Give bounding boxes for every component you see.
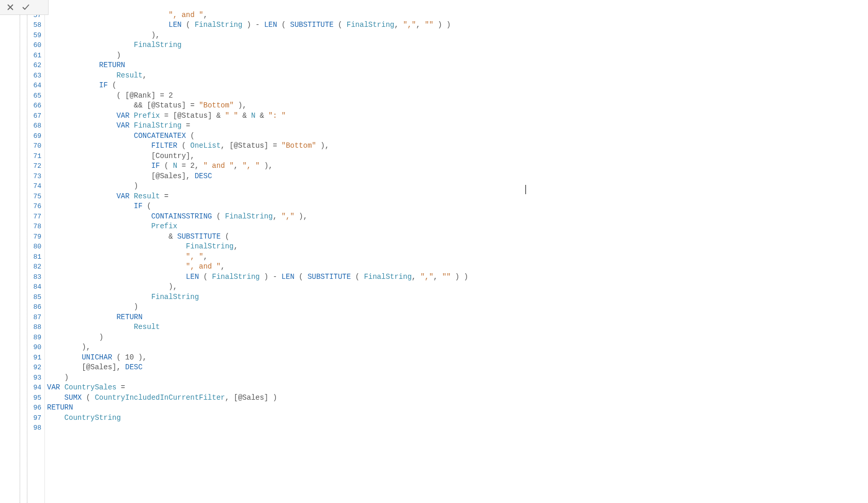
- line-number: 91: [21, 353, 44, 363]
- line-number: 71: [21, 151, 44, 162]
- code-line[interactable]: [45, 0, 868, 10]
- code-line[interactable]: ): [45, 181, 868, 192]
- code-line[interactable]: ),: [45, 30, 868, 41]
- code-line[interactable]: ): [45, 302, 868, 312]
- code-line[interactable]: SUMX ( CountryIncludedInCurrentFilter, […: [45, 393, 868, 403]
- line-number: 86: [21, 302, 44, 312]
- line-number: 77: [21, 212, 44, 222]
- line-number: 67: [21, 111, 44, 121]
- formula-editor: 5657585960616263646566676869707172737475…: [0, 0, 868, 503]
- code-line[interactable]: ( [@Rank] = 2: [45, 91, 868, 101]
- code-line[interactable]: ", and ",: [45, 262, 868, 272]
- line-number: 94: [21, 383, 44, 393]
- code-area[interactable]: ", and ", LEN ( FinalString ) - LEN ( SU…: [45, 0, 868, 503]
- line-number: 69: [21, 131, 44, 142]
- line-number: 59: [21, 30, 44, 41]
- code-line[interactable]: LEN ( FinalString ) - LEN ( SUBSTITUTE (…: [45, 20, 868, 30]
- code-line[interactable]: FinalString: [45, 292, 868, 303]
- line-number: 85: [21, 292, 44, 303]
- line-number: 74: [21, 181, 44, 192]
- line-number: 95: [21, 393, 44, 403]
- line-number: 79: [21, 232, 44, 242]
- text-cursor: [525, 185, 526, 194]
- line-number: 73: [21, 171, 44, 182]
- code-line[interactable]: CONTAINSSTRING ( FinalString, "," ),: [45, 212, 868, 222]
- line-number: 83: [21, 272, 44, 282]
- line-number: 62: [21, 60, 44, 71]
- code-line[interactable]: LEN ( FinalString ) - LEN ( SUBSTITUTE (…: [45, 272, 868, 282]
- line-number: 92: [21, 363, 44, 373]
- line-number: 93: [21, 373, 44, 383]
- formula-bar-toolbar: [0, 0, 49, 15]
- code-line[interactable]: ): [45, 51, 868, 61]
- line-number: 72: [21, 161, 44, 171]
- line-number: 78: [21, 222, 44, 232]
- close-icon: [6, 3, 14, 11]
- line-number: 98: [21, 423, 44, 433]
- line-number: 60: [21, 40, 44, 51]
- confirm-button[interactable]: [20, 1, 32, 13]
- code-line[interactable]: FinalString: [45, 40, 868, 51]
- line-number: 87: [21, 312, 44, 323]
- line-number: 65: [21, 91, 44, 101]
- line-number: 63: [21, 71, 44, 81]
- check-icon: [21, 3, 30, 12]
- code-line[interactable]: CONCATENATEX (: [45, 131, 868, 142]
- code-line[interactable]: [@Sales], DESC: [45, 363, 868, 373]
- fold-guide-inner: [27, 0, 28, 503]
- line-number: 58: [21, 20, 44, 30]
- code-line[interactable]: ", and ",: [45, 10, 868, 21]
- code-line[interactable]: IF ( N = 2, " and ", ", " ),: [45, 161, 868, 171]
- code-line[interactable]: RETURN: [45, 403, 868, 413]
- code-line[interactable]: VAR FinalString =: [45, 121, 868, 131]
- line-number: 68: [21, 121, 44, 131]
- code-line[interactable]: Result: [45, 322, 868, 333]
- code-line[interactable]: FILTER ( OneList, [@Status] = "Bottom" )…: [45, 141, 868, 151]
- code-line[interactable]: [@Sales], DESC: [45, 171, 868, 182]
- line-number: 84: [21, 282, 44, 292]
- code-line[interactable]: & SUBSTITUTE (: [45, 232, 868, 242]
- cancel-button[interactable]: [4, 1, 17, 13]
- line-number: 61: [21, 51, 44, 61]
- code-line[interactable]: UNICHAR ( 10 ),: [45, 353, 868, 363]
- code-line[interactable]: [45, 423, 868, 433]
- code-line[interactable]: ),: [45, 342, 868, 353]
- code-line[interactable]: VAR Result =: [45, 192, 868, 202]
- line-number-gutter: 5657585960616263646566676869707172737475…: [21, 0, 45, 503]
- code-line[interactable]: CountryString: [45, 413, 868, 423]
- line-number: 64: [21, 81, 44, 91]
- line-number: 96: [21, 403, 44, 413]
- line-number: 90: [21, 342, 44, 353]
- line-number: 81: [21, 252, 44, 262]
- code-line[interactable]: IF (: [45, 201, 868, 212]
- line-number: 89: [21, 333, 44, 343]
- line-number: 66: [21, 101, 44, 111]
- code-line[interactable]: [Country],: [45, 151, 868, 162]
- code-line[interactable]: ): [45, 333, 868, 343]
- code-line[interactable]: FinalString,: [45, 242, 868, 252]
- line-number: 88: [21, 322, 44, 333]
- line-number: 75: [21, 192, 44, 202]
- line-number: 76: [21, 201, 44, 212]
- line-number: 97: [21, 413, 44, 423]
- fold-guide: [20, 0, 21, 503]
- code-line[interactable]: VAR CountrySales =: [45, 383, 868, 393]
- line-number: 80: [21, 242, 44, 252]
- code-line[interactable]: ): [45, 373, 868, 383]
- code-line[interactable]: IF (: [45, 81, 868, 91]
- line-number: 82: [21, 262, 44, 272]
- code-line[interactable]: Result,: [45, 71, 868, 81]
- code-line[interactable]: ),: [45, 282, 868, 292]
- code-line[interactable]: Prefix: [45, 222, 868, 232]
- code-line[interactable]: RETURN: [45, 60, 868, 71]
- code-line[interactable]: ", ",: [45, 252, 868, 262]
- fold-margin: [0, 0, 21, 503]
- line-number: 70: [21, 141, 44, 151]
- code-line[interactable]: && [@Status] = "Bottom" ),: [45, 101, 868, 111]
- code-line[interactable]: VAR Prefix = [@Status] & " " & N & ": ": [45, 111, 868, 121]
- code-line[interactable]: RETURN: [45, 312, 868, 323]
